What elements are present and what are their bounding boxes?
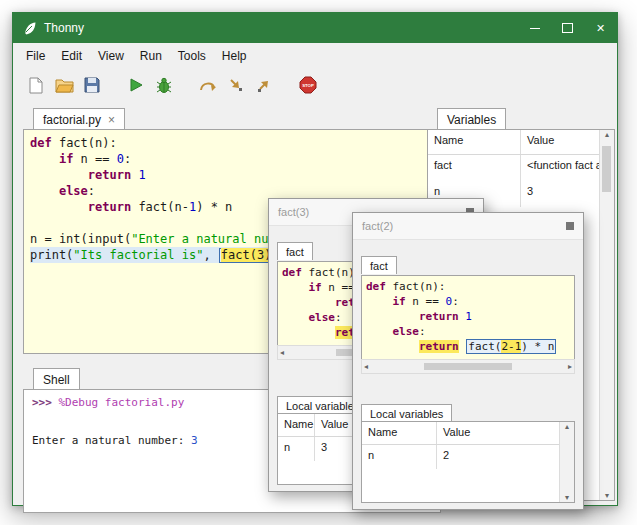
save-file-button[interactable] [79, 74, 105, 100]
menu-item-run[interactable]: Run [132, 46, 170, 66]
tab-local-variables[interactable]: Local variables [361, 404, 452, 422]
table-row[interactable]: n2 [362, 445, 574, 469]
tab-close-icon[interactable]: × [108, 115, 115, 125]
code-line: else: [30, 183, 430, 199]
scroll-right-icon[interactable]: ▸ [568, 362, 572, 371]
save-floppy-icon [84, 77, 100, 96]
stop-button[interactable]: STOP [295, 74, 321, 100]
popup-tabrow: fact [361, 251, 397, 273]
column-header-name[interactable]: Name [428, 130, 520, 154]
tab-shell[interactable]: Shell [33, 368, 80, 390]
cell-value: 2 [436, 445, 574, 469]
code-line: def fact(n): [30, 135, 430, 151]
scroll-left-icon[interactable]: ◂ [364, 362, 368, 371]
maximize-button[interactable] [551, 13, 584, 43]
code-line: return fact(2-1) * n [366, 339, 574, 354]
shell-tabrow: Shell [33, 365, 80, 389]
titlebar[interactable]: Thonny ✕ [13, 13, 617, 43]
run-icon [128, 77, 144, 96]
new-file-icon [28, 77, 44, 97]
tab-label: factorial.py [43, 113, 101, 127]
call-window-fact-2: fact(2) fact def fact(n): if n == 0: ret… [352, 212, 584, 510]
popup-title: fact(3) [278, 206, 309, 218]
desktop: Thonny ✕ File Edit View Run Tools Help [0, 0, 637, 525]
column-header-name[interactable]: Name [362, 422, 436, 444]
popup-titlebar[interactable]: fact(2) [353, 213, 583, 240]
close-icon: ✕ [596, 22, 605, 35]
step-out-button[interactable] [251, 74, 277, 100]
cell-name: n [362, 445, 436, 469]
step-into-icon [228, 77, 244, 96]
step-out-icon [256, 77, 272, 96]
local-variables-table: Name Value n2 ▴ ▾ [361, 421, 575, 503]
scroll-left-icon[interactable]: ◂ [280, 348, 284, 357]
column-header-value[interactable]: Value [436, 422, 574, 444]
local-variables-tabrow: Local variables [361, 399, 452, 421]
open-file-button[interactable] [51, 74, 77, 100]
popup-close-button[interactable] [566, 222, 574, 230]
tab-fact[interactable]: fact [361, 256, 397, 274]
menu-item-help[interactable]: Help [214, 46, 255, 66]
step-over-icon [199, 77, 217, 96]
tab-label: Local variables [286, 400, 359, 412]
scroll-down-icon[interactable]: ▾ [605, 491, 609, 500]
focus-box: fact(2-1) * n [466, 339, 556, 354]
menu-item-file[interactable]: File [18, 46, 53, 66]
code-line: if n == 0: [30, 151, 430, 167]
debug-bug-icon [155, 76, 173, 97]
stop-icon: STOP [299, 76, 317, 97]
scroll-down-icon[interactable]: ▾ [565, 493, 569, 502]
code-line: return 1 [30, 167, 430, 183]
maximize-icon [562, 23, 573, 33]
popup-tabrow: fact [277, 237, 313, 259]
debug-script-button[interactable] [151, 74, 177, 100]
minimize-icon [530, 28, 540, 29]
column-header-name[interactable]: Name [278, 414, 314, 436]
svg-text:STOP: STOP [302, 83, 314, 88]
scroll-up-icon[interactable]: ▴ [565, 422, 569, 431]
code-line: return 1 [366, 309, 574, 324]
cell-name: fact [428, 155, 520, 181]
scroll-up-icon[interactable]: ▴ [605, 130, 609, 139]
tab-factorial-py[interactable]: factorial.py × [33, 108, 125, 130]
table-header: Name Value [362, 422, 574, 445]
tab-label: Shell [43, 373, 70, 387]
popup-title: fact(2) [362, 220, 393, 232]
step-into-button[interactable] [223, 74, 249, 100]
minimize-button[interactable] [518, 13, 551, 43]
tab-label: fact [286, 246, 304, 258]
menu-item-edit[interactable]: Edit [53, 46, 90, 66]
code-line: else: [366, 324, 574, 339]
new-file-button[interactable] [23, 74, 49, 100]
window-title: Thonny [44, 21, 84, 35]
open-folder-icon [55, 78, 74, 96]
scrollbar-thumb[interactable] [424, 363, 511, 370]
menu-item-view[interactable]: View [90, 46, 132, 66]
tab-label: Variables [447, 113, 496, 127]
table-body: n2 [362, 445, 574, 469]
editor-tabrow: factorial.py × [33, 105, 125, 129]
table-header: Name Value [428, 130, 614, 155]
variables-scrollbar[interactable]: ▴ ▾ [599, 130, 614, 500]
tab-variables[interactable]: Variables [437, 108, 506, 130]
cell-name: n [278, 437, 314, 461]
tab-label: fact [370, 260, 388, 272]
tab-label: Local variables [370, 408, 443, 420]
run-script-button[interactable] [123, 74, 149, 100]
variables-tabrow: Variables [437, 105, 506, 129]
popup-code-editor[interactable]: def fact(n): if n == 0: return 1 else: r… [361, 275, 575, 362]
code-line: def fact(n): [366, 279, 574, 294]
step-over-button[interactable] [195, 74, 221, 100]
tab-fact[interactable]: fact [277, 242, 313, 260]
toolbar: STOP [13, 68, 617, 105]
close-button[interactable]: ✕ [584, 13, 617, 43]
menu-item-tools[interactable]: Tools [170, 46, 214, 66]
app-icon [22, 21, 37, 36]
popup-hscrollbar[interactable]: ◂ ▸ [361, 359, 575, 374]
scrollbar-thumb[interactable] [602, 146, 611, 192]
menubar: File Edit View Run Tools Help [13, 43, 617, 68]
table-row[interactable]: fact<function fact a [428, 155, 614, 181]
local-variables-scrollbar[interactable]: ▴ ▾ [559, 422, 574, 502]
code-line: if n == 0: [366, 294, 574, 309]
focus-box: fact(3) [219, 248, 274, 263]
